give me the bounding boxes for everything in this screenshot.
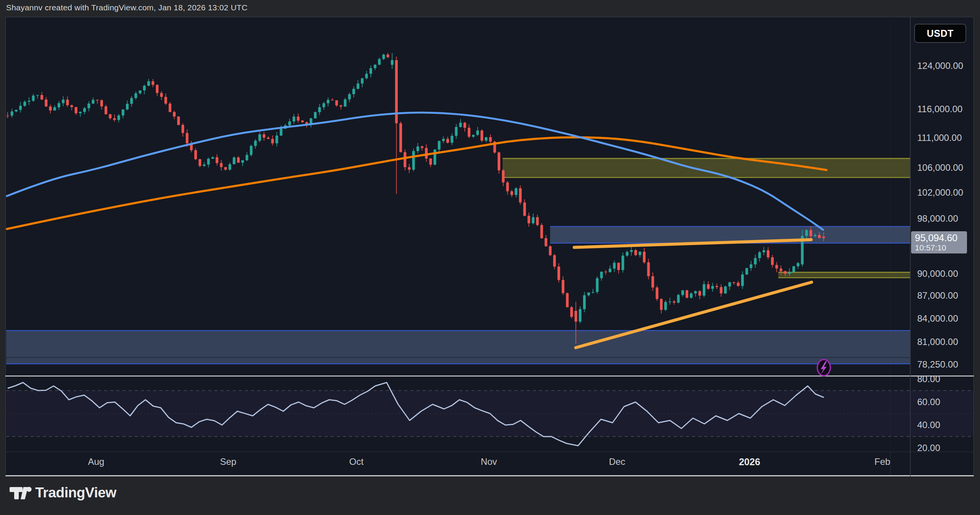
tradingview-logo-icon[interactable] [9,486,32,503]
support-zone-80k [6,330,910,364]
supply-zone-106k [503,159,910,178]
chart-canvas[interactable] [0,0,980,515]
time-axis[interactable] [6,452,910,476]
candlestick-series [7,53,825,343]
page: { "header": { "credit": "Shayannv create… [0,0,980,515]
price-axis[interactable] [911,17,973,452]
footer-bar [0,477,980,515]
tradingview-logo-text[interactable]: TradingView [35,485,116,501]
ma-200-line [7,137,826,229]
resistance-zone-95k [550,226,910,243]
lightning-badge-icon[interactable] [817,360,830,376]
